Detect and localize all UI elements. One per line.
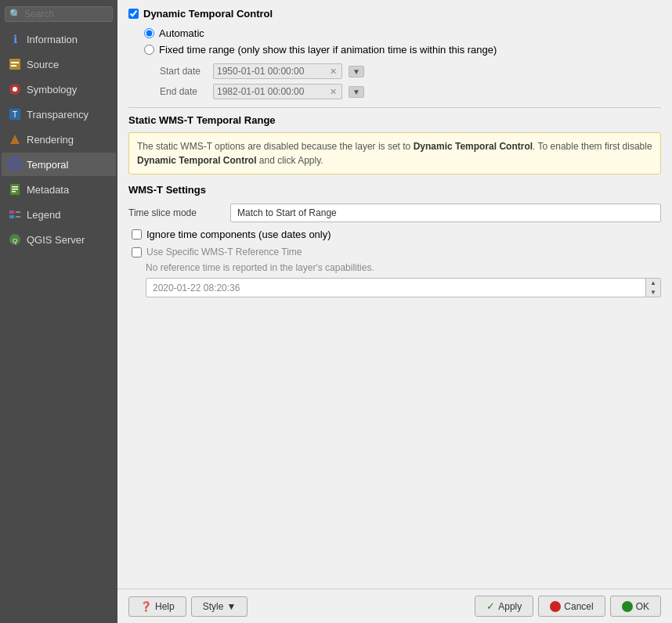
radio-group: Automatic Fixed time range (only show th… <box>144 27 661 56</box>
fixed-range-radio[interactable] <box>144 45 154 55</box>
sidebar-item-qgis-server[interactable]: Q QGIS Server <box>2 228 116 251</box>
sidebar-item-label: Temporal <box>27 159 68 171</box>
spin-buttons: ▲ ▼ <box>645 279 660 297</box>
reference-datetime-wrapper: ▲ ▼ <box>146 278 661 297</box>
apply-button[interactable]: ✓ Apply <box>475 596 533 617</box>
sidebar-item-source[interactable]: Source <box>2 52 116 76</box>
main-container: 🔍 ℹ Information Source Symbology T Trans… <box>0 0 672 623</box>
svg-text:T: T <box>13 110 17 119</box>
wms-settings-title: WMS-T Settings <box>128 184 661 196</box>
sidebar-item-legend[interactable]: Legend <box>2 203 116 226</box>
fixed-range-label: Fixed time range (only show this layer i… <box>159 44 497 56</box>
svg-rect-0 <box>9 59 20 70</box>
ignore-time-checkbox[interactable] <box>132 229 142 239</box>
style-arrow-icon: ▼ <box>226 601 236 612</box>
style-button[interactable]: Style ▼ <box>191 596 248 617</box>
reference-datetime-input[interactable] <box>146 279 645 297</box>
end-date-label: End date <box>160 86 207 97</box>
automatic-radio-item[interactable]: Automatic <box>144 27 661 39</box>
svg-rect-14 <box>12 191 16 193</box>
ok-button[interactable]: OK <box>610 596 661 617</box>
sidebar-item-information[interactable]: ℹ Information <box>2 27 116 51</box>
svg-rect-13 <box>12 189 18 190</box>
info-text-2: . To enable them first disable <box>533 141 652 152</box>
svg-rect-2 <box>11 65 16 67</box>
time-slice-label: Time slice mode <box>128 207 222 218</box>
spin-down-button[interactable]: ▼ <box>646 288 660 297</box>
end-date-calendar-button[interactable]: ▼ <box>349 86 364 98</box>
sidebar-item-label: Legend <box>27 209 60 221</box>
svg-rect-16 <box>9 215 14 218</box>
info-box: The static WMS-T options are disabled be… <box>128 132 661 175</box>
static-wms-title: Static WMS-T Temporal Range <box>128 107 661 126</box>
no-reference-text: No reference time is reported in the lay… <box>146 262 661 273</box>
content-area: Dynamic Temporal Control Automatic Fixed… <box>117 0 672 623</box>
spin-up-button[interactable]: ▲ <box>646 279 660 288</box>
start-date-row: Start date ✕ ▼ <box>160 63 661 79</box>
sidebar-item-label: Rendering <box>27 134 74 146</box>
sidebar-item-label: QGIS Server <box>27 234 85 246</box>
content-scroll: Dynamic Temporal Control Automatic Fixed… <box>117 0 672 589</box>
ignore-time-label: Ignore time components (use dates only) <box>146 229 331 240</box>
sidebar-item-metadata[interactable]: Metadata <box>2 178 116 201</box>
time-slice-select[interactable]: Match to Start of Range Match to End of … <box>230 203 661 222</box>
end-date-row: End date ✕ ▼ <box>160 84 661 99</box>
dynamic-temporal-title: Dynamic Temporal Control <box>143 8 273 20</box>
help-icon: ❓ <box>140 601 152 612</box>
qgis-server-icon: Q <box>8 232 22 247</box>
sidebar-item-label: Information <box>27 34 78 45</box>
start-date-input[interactable] <box>217 66 327 77</box>
dynamic-temporal-checkbox[interactable] <box>128 9 139 19</box>
end-date-clear-button[interactable]: ✕ <box>328 87 338 97</box>
start-date-clear-button[interactable]: ✕ <box>328 67 338 77</box>
rendering-icon <box>8 132 22 146</box>
symbology-icon <box>8 82 22 96</box>
search-input[interactable] <box>24 9 108 20</box>
sidebar-item-label: Transparency <box>27 109 89 121</box>
search-icon: 🔍 <box>9 9 21 20</box>
help-label: Help <box>155 601 175 612</box>
transparency-icon: T <box>8 107 22 121</box>
ok-label: OK <box>636 601 649 612</box>
sidebar-item-label: Symbology <box>27 84 77 95</box>
end-date-input[interactable] <box>217 86 327 97</box>
bottom-bar: ❓ Help Style ▼ ✓ Apply Cancel <box>117 589 672 623</box>
legend-icon <box>8 207 22 221</box>
use-reference-label: Use Specific WMS-T Reference Time <box>146 247 302 257</box>
svg-rect-18 <box>16 216 20 218</box>
time-slice-dropdown-wrapper: Match to Start of Range Match to End of … <box>230 203 661 222</box>
bottom-right: ✓ Apply Cancel OK <box>475 596 661 617</box>
temporal-icon <box>8 157 22 171</box>
svg-marker-7 <box>10 135 20 144</box>
search-bar[interactable]: 🔍 <box>5 6 113 22</box>
info-bold-2: Dynamic Temporal Control <box>137 155 256 166</box>
apply-label: Apply <box>498 601 522 612</box>
start-date-wrapper: ✕ <box>213 63 342 79</box>
cancel-label: Cancel <box>564 601 593 612</box>
automatic-radio[interactable] <box>144 28 154 38</box>
use-reference-checkbox[interactable] <box>132 247 142 257</box>
source-icon <box>8 57 22 71</box>
metadata-icon <box>8 182 22 196</box>
sidebar-item-transparency[interactable]: T Transparency <box>2 103 116 126</box>
fixed-range-radio-item[interactable]: Fixed time range (only show this layer i… <box>144 44 661 56</box>
svg-text:Q: Q <box>13 237 17 244</box>
info-text-3: and click Apply. <box>256 155 323 166</box>
dynamic-temporal-header: Dynamic Temporal Control <box>128 8 661 20</box>
start-date-calendar-button[interactable]: ▼ <box>349 66 364 77</box>
info-text-1: The static WMS-T options are disabled be… <box>137 141 414 152</box>
end-date-wrapper: ✕ <box>213 84 342 99</box>
sidebar: 🔍 ℹ Information Source Symbology T Trans… <box>0 0 117 623</box>
sidebar-item-symbology[interactable]: Symbology <box>2 77 116 101</box>
sidebar-item-label: Source <box>27 59 59 70</box>
information-icon: ℹ <box>8 32 22 46</box>
sidebar-item-label: Metadata <box>27 184 69 196</box>
start-date-label: Start date <box>160 66 207 77</box>
sidebar-item-rendering[interactable]: Rendering <box>2 128 116 151</box>
svg-point-4 <box>13 87 17 92</box>
sidebar-item-temporal[interactable]: Temporal <box>2 153 116 176</box>
svg-rect-15 <box>9 211 14 214</box>
time-slice-row: Time slice mode Match to Start of Range … <box>128 203 661 222</box>
help-button[interactable]: ❓ Help <box>128 596 186 617</box>
cancel-button[interactable]: Cancel <box>538 596 605 617</box>
